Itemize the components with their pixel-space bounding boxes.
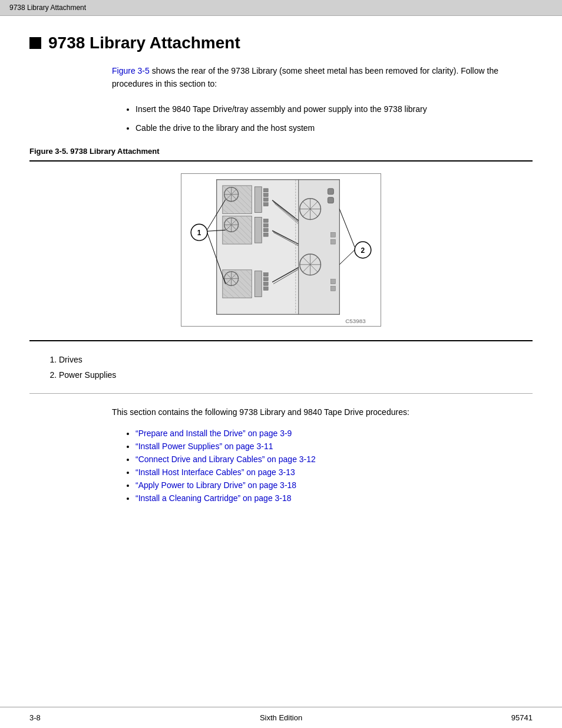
svg-line-89 — [339, 209, 355, 247]
link-connect-drive[interactable]: “Connect Drive and Library Cables” on pa… — [135, 454, 316, 464]
link-install-cleaning[interactable]: “Install a Cleaning Cartridge” on page 3… — [135, 493, 292, 503]
header-bar: 9738 Library Attachment — [0, 0, 562, 16]
list-item: “Install a Cleaning Cartridge” on page 3… — [135, 493, 533, 503]
svg-line-90 — [339, 250, 355, 265]
figure-inner: 1 2 — [29, 173, 533, 328]
svg-rect-50 — [263, 277, 268, 281]
link-install-power[interactable]: “Install Power Supplies” on page 3-11 — [135, 442, 273, 451]
list-item: “Install Power Supplies” on page 3-11 — [135, 442, 533, 451]
footer-page-number: 3-8 — [29, 713, 197, 722]
numbered-list: Drives Power Supplies — [59, 353, 533, 382]
footer: 3-8 Sixth Edition 95741 — [0, 707, 562, 728]
svg-rect-49 — [263, 272, 268, 276]
svg-rect-31 — [263, 228, 268, 232]
list-item: Power Supplies — [59, 368, 533, 381]
list-item: “Apply Power to Library Drive” on page 3… — [135, 480, 533, 490]
svg-rect-30 — [263, 223, 268, 227]
svg-text:2: 2 — [361, 246, 365, 255]
main-content: 9738 Library Attachment Figure 3-5 shows… — [0, 16, 562, 707]
list-item: Insert the 9840 Tape Drive/tray assembly… — [135, 103, 533, 116]
list-item: Cable the drive to the library and the h… — [135, 121, 533, 134]
link-apply-power[interactable]: “Apply Power to Library Drive” on page 3… — [135, 480, 296, 490]
list-item: Drives — [59, 353, 533, 366]
svg-rect-32 — [263, 233, 268, 236]
figure-container: 1 2 — [29, 160, 533, 341]
page-container: 9738 Library Attachment 9738 Library Att… — [0, 0, 562, 728]
svg-rect-73 — [328, 188, 333, 194]
diagram-wrapper: 1 2 — [181, 173, 381, 328]
svg-rect-51 — [263, 282, 268, 285]
section-title-block: 9738 Library Attachment — [29, 34, 533, 52]
svg-rect-52 — [263, 286, 268, 290]
svg-rect-95 — [330, 286, 335, 291]
svg-rect-94 — [330, 279, 335, 284]
page-title: 9738 Library Attachment — [48, 34, 240, 52]
svg-rect-74 — [328, 197, 333, 203]
figure-label: Figure 3-5. 9738 Library Attachment — [29, 147, 533, 156]
link-list: “Prepare and Install the Drive” on page … — [124, 429, 533, 503]
svg-text:C53983: C53983 — [345, 318, 366, 324]
intro-bullet-list: Insert the 9840 Tape Drive/tray assembly… — [124, 103, 533, 135]
svg-rect-9 — [263, 188, 268, 192]
breadcrumb: 9738 Library Attachment — [9, 4, 86, 12]
footer-doc-number: 95741 — [365, 713, 533, 722]
svg-rect-11 — [263, 197, 268, 201]
intro-text-after: shows the rear of the 9738 Library (some… — [112, 66, 498, 88]
section-icon — [29, 37, 41, 49]
link-prepare-install[interactable]: “Prepare and Install the Drive” on page … — [135, 429, 292, 438]
list-item: “Prepare and Install the Drive” on page … — [135, 429, 533, 438]
svg-rect-93 — [330, 239, 335, 244]
svg-rect-28 — [254, 217, 262, 243]
library-diagram-svg: 1 2 — [181, 173, 381, 327]
section-divider — [29, 393, 533, 394]
svg-rect-8 — [254, 186, 262, 212]
svg-rect-48 — [254, 271, 262, 297]
list-item: “Connect Drive and Library Cables” on pa… — [135, 454, 533, 464]
svg-rect-12 — [263, 202, 268, 206]
body-text: This section contains the following 9738… — [112, 406, 533, 419]
link-install-host[interactable]: “Install Host Interface Cables” on page … — [135, 467, 295, 477]
svg-text:1: 1 — [197, 229, 201, 237]
svg-rect-10 — [263, 193, 268, 196]
list-item: “Install Host Interface Cables” on page … — [135, 467, 533, 477]
svg-rect-29 — [263, 219, 268, 222]
intro-paragraph: Figure 3-5 shows the rear of the 9738 Li… — [112, 64, 533, 91]
svg-rect-92 — [330, 232, 335, 237]
figure-3-5-link[interactable]: Figure 3-5 — [112, 66, 150, 75]
footer-edition: Sixth Edition — [197, 713, 365, 722]
